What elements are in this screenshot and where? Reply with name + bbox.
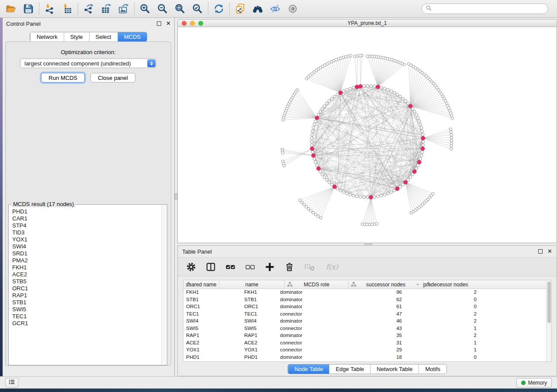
table-options-gear-button[interactable] xyxy=(186,260,197,273)
export-table-button[interactable] xyxy=(100,2,113,15)
mcds-result-item[interactable]: YOX1 xyxy=(12,236,161,243)
mcds-result-item[interactable]: PMA2 xyxy=(12,257,161,264)
close-panel-button[interactable]: Close panel xyxy=(90,73,135,83)
control-panel: Control Panel ✕ NetworkStyleSelectMCDS O… xyxy=(3,18,175,376)
run-mcds-button[interactable]: Run MCDS xyxy=(41,73,85,83)
tab-motifs[interactable]: Motifs xyxy=(419,364,446,374)
split-table-view-button[interactable] xyxy=(205,260,216,273)
network-search-box[interactable] xyxy=(422,3,548,14)
node-table: shared name name MCDS role xyxy=(183,280,552,362)
mcds-result-item[interactable]: STB5 xyxy=(12,278,161,285)
delete-selected-rows-button[interactable] xyxy=(284,260,295,273)
column-header[interactable]: predecessor nodes xyxy=(423,280,468,289)
optimization-criterion-select[interactable]: largest connected component (undirected) xyxy=(20,58,156,68)
table-row[interactable]: SWI4 SWI4 dominator 46 2 xyxy=(183,318,551,325)
column-header[interactable]: successor nodes ⌄ xyxy=(349,280,423,289)
memory-status-icon xyxy=(521,381,526,385)
mcds-result-item[interactable]: TID3 xyxy=(12,229,161,236)
open-folder-button[interactable] xyxy=(4,2,17,15)
toolbar-separator xyxy=(208,3,208,15)
mcds-list-scrollbar[interactable] xyxy=(161,205,166,364)
tab-network-table[interactable]: Network Table xyxy=(370,364,419,374)
table-scrollbar[interactable] xyxy=(546,280,551,361)
mcds-result-item[interactable]: SRD1 xyxy=(12,250,161,257)
function-builder-button[interactable]: f(x) xyxy=(325,260,340,273)
select-all-rows-button[interactable] xyxy=(225,260,236,273)
export-network-button[interactable] xyxy=(82,2,95,15)
tab-select[interactable]: Select xyxy=(89,32,118,41)
first-neighbors-button[interactable] xyxy=(251,2,264,15)
table-row[interactable]: STB1 STB1 dominator 62 0 xyxy=(183,296,551,304)
import-table-button[interactable] xyxy=(61,2,74,15)
table-row[interactable]: TEC1 TEC1 connector 47 2 xyxy=(183,311,551,318)
network-canvas[interactable] xyxy=(177,27,557,243)
import-network-button[interactable] xyxy=(43,2,56,15)
mcds-result-item[interactable]: GCR1 xyxy=(12,320,161,327)
mcds-result-item[interactable]: PHD1 xyxy=(12,208,161,215)
table-row[interactable]: PHD1 PHD1 dominator 18 0 xyxy=(183,354,551,361)
mcds-result-box: MCDS result (17 nodes) PHD1CAR1STP4TID3Y… xyxy=(8,204,167,365)
tab-node-table[interactable]: Node Table xyxy=(288,364,329,374)
sort-indicator-icon[interactable]: ⌄ xyxy=(416,281,420,286)
export-image-button[interactable] xyxy=(117,2,130,15)
mcds-result-title: MCDS result (17 nodes) xyxy=(11,201,76,207)
table-row[interactable]: SWI5 SWI5 connector 43 1 xyxy=(183,325,551,333)
tab-network[interactable]: Network xyxy=(30,32,64,41)
close-panel-icon[interactable]: ✕ xyxy=(547,249,552,254)
table-scrollbar-thumb[interactable] xyxy=(547,282,551,323)
status-bar: Memory xyxy=(0,376,557,389)
zoom-in-button[interactable] xyxy=(138,2,152,15)
save-session-button[interactable] xyxy=(22,2,35,15)
select-stepper-icon xyxy=(147,59,156,67)
float-panel-icon[interactable] xyxy=(157,21,161,26)
memory-button[interactable]: Memory xyxy=(516,378,552,388)
optimization-criterion-label: Optimization criterion: xyxy=(6,49,171,55)
memory-label: Memory xyxy=(528,380,547,386)
table-row[interactable]: ORC1 ORC1 dominator 61 0 xyxy=(183,303,551,311)
mcds-result-item[interactable]: ORC1 xyxy=(12,285,161,292)
mcds-result-item[interactable]: STP4 xyxy=(12,222,161,229)
table-header-row: shared name name MCDS role xyxy=(183,280,551,289)
main-toolbar xyxy=(0,0,557,18)
float-panel-icon[interactable] xyxy=(538,249,543,254)
mcds-result-item[interactable]: STB1 xyxy=(12,299,161,306)
table-row[interactable]: YOX1 YOX1 connector 29 1 xyxy=(183,347,551,354)
clone-network-button[interactable] xyxy=(234,2,247,15)
task-history-button[interactable] xyxy=(5,378,18,388)
mcds-result-item[interactable]: FKH1 xyxy=(12,264,161,271)
add-column-button[interactable] xyxy=(264,260,275,273)
table-row[interactable]: ACE2 ACE2 connector 31 1 xyxy=(183,340,551,347)
show-all-button[interactable] xyxy=(286,2,299,15)
tab-style[interactable]: Style xyxy=(64,32,89,41)
zoom-selected-button[interactable] xyxy=(191,2,204,15)
network-window-titlebar[interactable]: YPA_prune.txt_1 xyxy=(177,19,557,27)
hide-selected-button[interactable] xyxy=(269,2,282,15)
mcds-result-item[interactable]: ACE2 xyxy=(12,271,161,278)
mcds-panel: Optimization criterion: largest connecte… xyxy=(5,41,171,366)
zoom-fit-button[interactable] xyxy=(173,2,187,15)
table-row[interactable]: FKH1 FKH1 dominator 96 2 xyxy=(183,289,551,296)
column-header[interactable]: MCDS role xyxy=(285,280,349,289)
control-panel-header: Control Panel ✕ xyxy=(3,18,174,29)
tab-edge-table[interactable]: Edge Table xyxy=(329,364,370,374)
mcds-result-item[interactable]: CAR1 xyxy=(12,215,161,222)
toolbar-separator xyxy=(134,3,135,15)
toolbar-separator xyxy=(78,3,78,15)
mcds-result-item[interactable]: SWI4 xyxy=(12,243,161,250)
search-input[interactable] xyxy=(432,4,544,13)
table-row[interactable]: RAP1 RAP1 dominator 35 2 xyxy=(183,332,551,340)
table-panel: Table Panel ✕ f(x) shared name xyxy=(177,245,557,376)
deselect-all-rows-button[interactable] xyxy=(245,260,256,273)
refresh-view-button[interactable] xyxy=(212,2,225,15)
column-header[interactable]: shared name xyxy=(183,280,219,289)
column-header[interactable]: name xyxy=(219,280,285,289)
close-panel-icon[interactable]: ✕ xyxy=(166,21,171,26)
zoom-out-button[interactable] xyxy=(156,2,169,15)
mcds-result-item[interactable]: SWI5 xyxy=(12,306,161,313)
control-panel-tabs: NetworkStyleSelectMCDS xyxy=(30,32,147,42)
network-view-window: YPA_prune.txt_1 xyxy=(177,19,557,243)
tab-mcds[interactable]: MCDS xyxy=(118,32,147,41)
mcds-result-item[interactable]: RAP1 xyxy=(12,292,161,299)
delete-table-button[interactable] xyxy=(304,260,316,273)
mcds-result-item[interactable]: TEC1 xyxy=(12,313,161,320)
